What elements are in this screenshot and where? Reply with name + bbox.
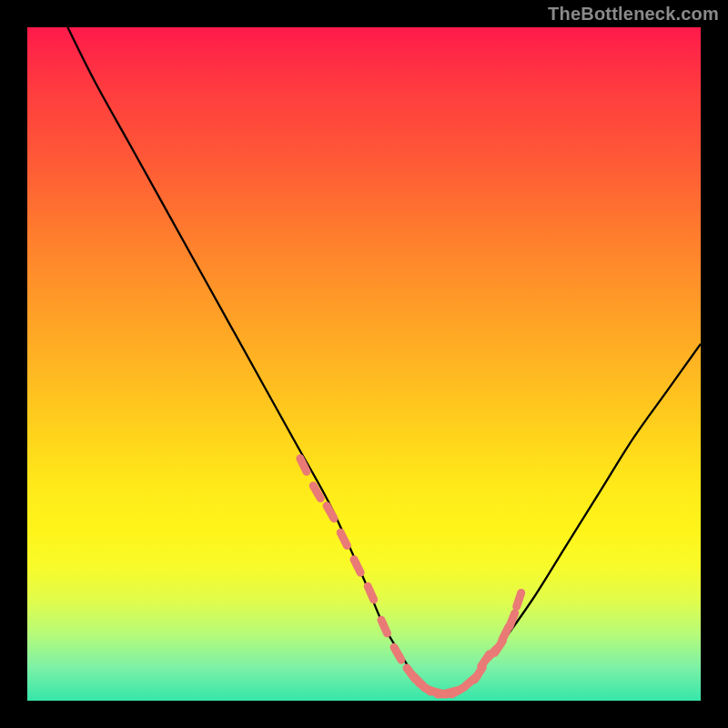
bottleneck-curve [67,27,701,694]
chart-frame: TheBottleneck.com [0,0,728,728]
watermark-text: TheBottleneck.com [548,4,719,25]
marker-point [517,592,521,606]
marker-group [300,459,521,694]
marker-point [340,532,347,545]
marker-point [300,459,307,471]
marker-point [327,506,334,519]
chart-svg [27,27,701,701]
marker-point [354,560,360,572]
marker-point [313,486,320,499]
marker-point [368,586,373,600]
marker-point [510,613,515,627]
marker-point [381,620,387,633]
marker-point [394,647,401,660]
